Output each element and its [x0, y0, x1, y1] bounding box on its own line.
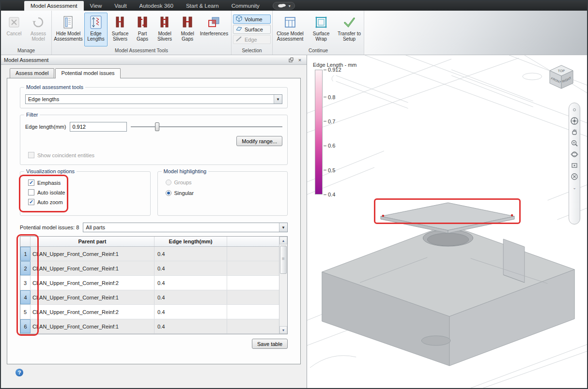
interferences-button[interactable]: Interferences: [199, 13, 230, 46]
cell-edge-length[interactable]: 0.4: [155, 319, 227, 333]
table-row[interactable]: 3 CLAN_Upper_Front_Corner_Reinf:2 0.4: [20, 276, 279, 290]
chevron-down-icon[interactable]: ▼: [279, 223, 287, 232]
menu-tab-vault[interactable]: Vault: [108, 1, 133, 11]
cell-parent-part[interactable]: CLAN_Upper_Front_Corner_Reinf:1: [31, 290, 155, 304]
cancel-icon: [8, 15, 20, 30]
scroll-up-button[interactable]: ▲: [279, 237, 287, 244]
tab-assess-model[interactable]: Assess model: [10, 68, 54, 78]
legend-tick: 0.4: [324, 192, 335, 197]
cell-parent-part[interactable]: CLAN_Upper_Front_Corner_Reinf:1: [31, 247, 155, 261]
ribbon-group-label-manage: Manage: [2, 47, 50, 55]
close-model-assessment-button[interactable]: Close Model Assessment: [274, 13, 306, 46]
slider-thumb[interactable]: [155, 122, 159, 131]
look-at-icon[interactable]: [570, 161, 579, 170]
menu-tab-view[interactable]: View: [84, 1, 108, 11]
edge-length-legend: Edge Length - mm 0.912 0.8 0.7 0.6 0.5 0…: [313, 62, 357, 194]
scrollbar-track[interactable]: [279, 244, 287, 326]
float-panel-icon[interactable]: [287, 57, 295, 63]
navbar-handle-icon[interactable]: [570, 105, 579, 114]
menu-tab-model-assessment[interactable]: Model Assessment: [24, 1, 84, 11]
row-header[interactable]: 2: [20, 261, 31, 275]
radio-groups[interactable]: Groups: [166, 180, 283, 185]
cell-parent-part[interactable]: CLAN_Upper_Front_Corner_Reinf:1: [31, 261, 155, 275]
save-table-button[interactable]: Save table: [252, 339, 288, 349]
issues-count-label: Potential model issues: 8: [20, 224, 79, 230]
scroll-down-button[interactable]: ▼: [279, 326, 287, 334]
menu-tab-start-learn[interactable]: Start & Learn: [180, 1, 225, 11]
panel-header: Model Assessment ×: [1, 55, 307, 65]
part-gaps-button[interactable]: Part Gaps: [133, 13, 152, 46]
ribbon-group-label-tools: Model Assessment Tools: [53, 47, 230, 55]
selection-volume-button[interactable]: Volume: [233, 15, 271, 24]
group-visualization-options: Visualization options Emphasis Auto isol…: [20, 171, 151, 216]
column-header-edge-length[interactable]: Edge length(mm): [155, 237, 227, 246]
tab-potential-model-issues[interactable]: Potential model issues: [55, 68, 120, 78]
close-assessment-icon: [283, 15, 297, 30]
chevron-down-icon[interactable]: ▼: [274, 95, 282, 104]
column-header-parent-part[interactable]: Parent part: [31, 237, 155, 246]
model-slivers-button[interactable]: Model Slivers: [153, 13, 176, 46]
selection-edge-button[interactable]: Edge: [233, 35, 271, 44]
checkbox-emphasis[interactable]: Emphasis: [28, 180, 145, 186]
cell-edge-length[interactable]: 0.4: [155, 261, 227, 275]
cell-filler: [227, 319, 279, 333]
group-model-assessment-tools: Model assessment tools Edge lengths ▼: [20, 87, 288, 108]
model-gaps-button[interactable]: Model Gaps: [177, 13, 198, 46]
edge-length-slider[interactable]: [131, 122, 282, 132]
surface-slivers-button[interactable]: Surface Slivers: [108, 13, 132, 46]
edge-length-input[interactable]: [70, 122, 127, 132]
close-panel-icon[interactable]: ×: [296, 57, 304, 63]
edge-length-label: Edge length(mm): [25, 124, 66, 130]
scrollbar-thumb[interactable]: [280, 246, 287, 274]
orbit-icon[interactable]: [570, 150, 579, 159]
menu-tab-autodesk360[interactable]: Autodesk 360: [133, 1, 180, 11]
titlebar: Model Assessment View Vault Autodesk 360…: [1, 1, 587, 11]
checkbox-auto-isolate[interactable]: Auto isolate: [28, 189, 145, 195]
row-header[interactable]: 4: [20, 290, 31, 304]
edge-lengths-button[interactable]: Edge Lengths: [84, 13, 108, 46]
cloud-signin-button[interactable]: ▾: [273, 2, 295, 10]
view-cube[interactable]: TOP FRONT RIGHT: [545, 63, 577, 94]
row-header[interactable]: 3: [20, 276, 31, 290]
cell-edge-length[interactable]: 0.4: [155, 305, 227, 319]
row-header[interactable]: 6: [20, 319, 31, 333]
cell-parent-part[interactable]: CLAN_Upper_Front_Corner_Reinf:2: [31, 305, 155, 319]
row-header[interactable]: 1: [20, 247, 31, 261]
legend-tick: 0.8: [324, 94, 335, 100]
ribbon-empty-area: [364, 11, 587, 55]
transfer-to-setup-button[interactable]: Transfer to Setup: [336, 13, 362, 46]
table-scrollbar[interactable]: ▲ ▼: [279, 237, 287, 334]
viewport-3d[interactable]: Edge Length - mm 0.912 0.8 0.7 0.6 0.5 0…: [307, 55, 587, 388]
menu-tab-community[interactable]: Community: [225, 1, 266, 11]
table-row[interactable]: 2 CLAN_Upper_Front_Corner_Reinf:1 0.4: [20, 261, 279, 276]
help-icon[interactable]: ?: [15, 369, 23, 376]
assessment-tool-select[interactable]: Edge lengths ▼: [25, 94, 282, 104]
cell-edge-length[interactable]: 0.4: [155, 276, 227, 290]
table-row[interactable]: 1 CLAN_Upper_Front_Corner_Reinf:1 0.4: [20, 247, 279, 261]
cell-edge-length[interactable]: 0.4: [155, 290, 227, 304]
pan-hand-icon[interactable]: [570, 128, 579, 136]
parts-filter-select[interactable]: All parts ▼: [83, 223, 288, 232]
corner-header-cell[interactable]: [20, 237, 31, 246]
radio-singular[interactable]: Singular: [166, 190, 283, 196]
assess-model-button[interactable]: Assess Model: [27, 13, 50, 46]
zoom-icon[interactable]: [570, 139, 579, 148]
chevron-down-icon[interactable]: ⌄: [570, 183, 579, 192]
group-filter: Filter Edge length(mm) Modify range...: [20, 115, 288, 165]
cell-parent-part[interactable]: CLAN_Upper_Front_Corner_Reinf:2: [31, 276, 155, 290]
row-header[interactable]: 5: [20, 305, 31, 319]
close-navbar-icon[interactable]: [570, 172, 579, 181]
table-row[interactable]: 4 CLAN_Upper_Front_Corner_Reinf:1 0.4: [20, 290, 279, 305]
cancel-button[interactable]: Cancel: [2, 13, 26, 46]
surface-wrap-button[interactable]: Surface Wrap: [307, 13, 335, 46]
table-row[interactable]: 5 CLAN_Upper_Front_Corner_Reinf:2 0.4: [20, 305, 279, 319]
table-row[interactable]: 6 CLAN_Upper_Front_Corner_Reinf:1 0.4: [20, 319, 279, 334]
selection-surface-button[interactable]: Surface: [233, 25, 271, 34]
modify-range-button[interactable]: Modify range...: [236, 136, 282, 146]
checkbox-auto-zoom[interactable]: Auto zoom: [28, 199, 145, 205]
cell-parent-part[interactable]: CLAN_Upper_Front_Corner_Reinf:1: [31, 319, 155, 333]
checkbox-show-coincident[interactable]: Show coincident entities: [28, 152, 282, 158]
cell-edge-length[interactable]: 0.4: [155, 247, 227, 261]
hide-model-assessments-button[interactable]: Hide Model Assessments: [53, 13, 83, 46]
steering-wheel-icon[interactable]: [570, 117, 579, 125]
